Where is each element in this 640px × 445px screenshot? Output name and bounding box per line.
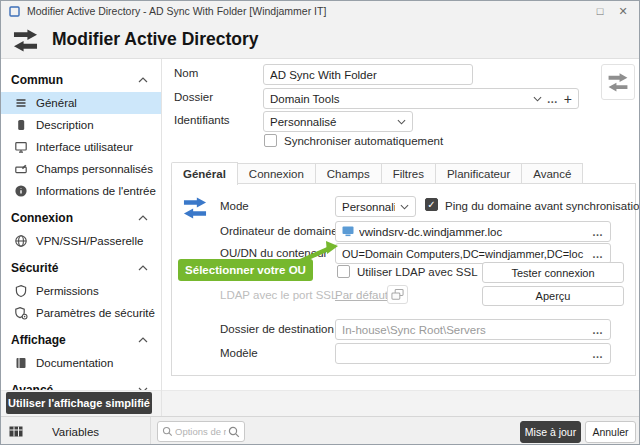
- auto-sync-label[interactable]: Synchroniser automatiquement: [284, 135, 443, 147]
- variables-button[interactable]: Variables: [1, 417, 151, 445]
- shield-gear-icon: [14, 306, 28, 320]
- folder-combobox[interactable]: Domain Tools … +: [263, 88, 579, 109]
- sidebar-item-informations-entree[interactable]: Informations de l'entrée: [1, 180, 161, 202]
- sidebar-item-permissions[interactable]: Permissions: [1, 280, 161, 302]
- sidebar-item-interface-utilisateur[interactable]: Interface utilisateur: [1, 136, 161, 158]
- destination-folder-input[interactable]: In-house\Sync Root\Servers …: [335, 319, 611, 340]
- chevron-down-icon[interactable]: [397, 119, 406, 125]
- ldap-ssl-port-label: LDAP avec le port SSL: [220, 289, 337, 301]
- tab-champs[interactable]: Champs: [316, 163, 382, 184]
- domain-computer-input[interactable]: vwindsrv-dc.windjammer.loc …: [335, 221, 611, 242]
- ou-dn-browse-button[interactable]: …: [592, 248, 604, 260]
- chevron-down-icon[interactable]: [533, 96, 542, 102]
- sidebar-item-general[interactable]: Général: [1, 92, 161, 114]
- folder-add-button[interactable]: +: [564, 92, 572, 106]
- globe-icon: [14, 234, 28, 248]
- tab-connexion[interactable]: Connexion: [238, 163, 316, 184]
- credentials-label: Identifiants: [174, 114, 230, 126]
- folder-browse-button[interactable]: …: [547, 93, 559, 105]
- grid-icon: [9, 426, 23, 437]
- app-window-icon: [9, 6, 20, 17]
- test-connection-button[interactable]: Tester connexion: [482, 262, 624, 283]
- sidebar-section-securite[interactable]: Sécurité: [1, 256, 161, 280]
- domain-computer-browse-button[interactable]: …: [592, 226, 604, 238]
- search-icon: [162, 426, 173, 437]
- modifier-active-directory-dialog: Modifier Active Directory - AD Sync With…: [0, 0, 640, 445]
- sidebar-item-description[interactable]: Description: [1, 114, 161, 136]
- sidebar: Commun Général Description Interface uti…: [1, 59, 162, 390]
- close-icon[interactable]: ✕: [615, 5, 631, 18]
- credentials-combobox[interactable]: Personnalisé: [263, 111, 413, 132]
- tab-planificateur[interactable]: Planificateur: [436, 163, 522, 184]
- name-label: Nom: [174, 67, 198, 79]
- cancel-button[interactable]: Annuler: [585, 421, 636, 443]
- shield-icon: [14, 284, 28, 298]
- credentials-value: Personnalisé: [270, 116, 392, 128]
- general-tab-panel: Mode Personnalisé ✓ Ping du domaine avan…: [171, 183, 636, 376]
- domain-computer-value: vwindsrv-dc.windjammer.loc: [359, 226, 587, 238]
- sidebar-section-affichage[interactable]: Affichage: [1, 328, 161, 352]
- select-ou-callout[interactable]: Sélectionner votre OU: [178, 259, 313, 281]
- destination-folder-value: In-house\Sync Root\Servers: [342, 324, 587, 336]
- sync-arrows-blue-icon: [182, 196, 208, 219]
- chevron-down-icon[interactable]: [400, 204, 409, 210]
- menu-icon: [14, 96, 28, 110]
- search-box[interactable]: [157, 421, 245, 442]
- auto-sync-checkbox[interactable]: [264, 134, 277, 147]
- domain-computer-label: Ordinateur de domaine: [220, 225, 338, 237]
- computer-icon: [342, 226, 354, 237]
- name-input[interactable]: [263, 64, 473, 85]
- sidebar-item-parametres-securite[interactable]: Paramètres de sécurité: [1, 302, 161, 324]
- tab-avance[interactable]: Avancé: [522, 163, 583, 184]
- simplified-view-button[interactable]: Utiliser l'affichage simplifié: [6, 392, 152, 414]
- sidebar-item-vpn-ssh-passerelle[interactable]: VPN/SSH/Passerelle: [1, 230, 161, 252]
- sync-arrows-gray-icon: [607, 72, 629, 92]
- window-title: Modifier Active Directory - AD Sync With…: [27, 5, 585, 17]
- destination-folder-browse-button[interactable]: …: [592, 324, 604, 336]
- ping-domain-label[interactable]: Ping du domaine avant synchronisation: [445, 200, 640, 212]
- info-icon: [14, 184, 28, 198]
- sidebar-item-champs-personnalises[interactable]: Champs personnalisés: [1, 158, 161, 180]
- ldap-ssl-label[interactable]: Utiliser LDAP avec SSL: [357, 266, 478, 278]
- titlebar: Modifier Active Directory - AD Sync With…: [1, 1, 639, 21]
- mode-combobox[interactable]: Personnalisé: [335, 196, 416, 217]
- template-label: Modèle: [220, 347, 258, 359]
- tab-filtres[interactable]: Filtres: [382, 163, 436, 184]
- template-input[interactable]: …: [335, 343, 611, 364]
- update-button[interactable]: Mise à jour: [520, 421, 581, 443]
- folder-value: Domain Tools: [270, 93, 528, 105]
- default-link[interactable]: Par défaut: [335, 289, 388, 301]
- chevron-up-icon: [138, 337, 148, 343]
- mode-label: Mode: [220, 200, 249, 212]
- tab-general[interactable]: Général: [171, 162, 238, 185]
- mode-value: Personnalisé: [342, 201, 395, 213]
- ou-dn-input[interactable]: OU=Domain Computers,DC=windjammer,DC=loc…: [335, 243, 611, 264]
- ou-dn-value: OU=Domain Computers,DC=windjammer,DC=loc: [342, 248, 587, 260]
- ping-domain-checkbox[interactable]: ✓: [425, 198, 438, 211]
- maximize-icon[interactable]: □: [592, 5, 608, 17]
- monitor-icon: [14, 140, 28, 154]
- field-pencil-icon: [14, 162, 28, 176]
- overlapping-windows-icon: [390, 288, 405, 301]
- preview-button[interactable]: Aperçu: [482, 286, 624, 306]
- tag-icon: [14, 118, 28, 132]
- page-title: Modifier Active Directory: [52, 29, 259, 50]
- name-input-value[interactable]: [270, 69, 466, 81]
- search-input[interactable]: [175, 426, 226, 437]
- sidebar-divider: [161, 390, 162, 416]
- sidebar-section-connexion[interactable]: Connexion: [1, 206, 161, 230]
- sidebar-item-documentation[interactable]: Documentation: [1, 352, 161, 374]
- sidebar-section-commun[interactable]: Commun: [1, 68, 161, 92]
- book-icon: [14, 356, 28, 370]
- chevron-up-icon: [138, 215, 148, 221]
- dialog-header: Modifier Active Directory: [1, 21, 639, 59]
- sidebar-section-avance[interactable]: Avancé: [1, 378, 161, 390]
- destination-folder-label: Dossier de destination: [220, 323, 334, 335]
- check-icon: ✓: [427, 199, 435, 210]
- sync-arrows-icon: [12, 28, 39, 52]
- default-port-button[interactable]: [387, 285, 408, 304]
- sync-shortcut-button[interactable]: [601, 64, 635, 100]
- folder-label: Dossier: [174, 91, 213, 103]
- template-browse-button[interactable]: …: [592, 348, 604, 360]
- search-options-icon[interactable]: [228, 426, 240, 438]
